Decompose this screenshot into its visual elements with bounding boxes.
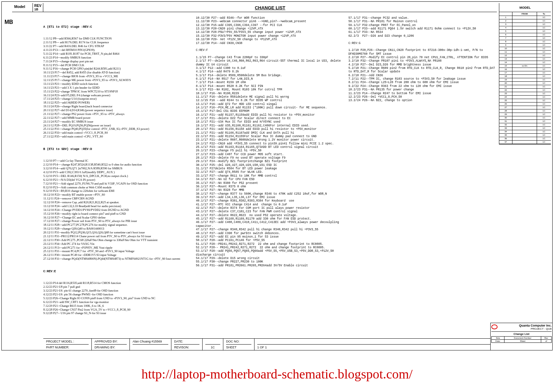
change-list-columns: A (ET1 to ET2) stage :REV:C 1.11/12 P8--…: [43, 16, 497, 336]
right-model-header: MODEL: [499, 3, 551, 12]
rev-col-from: FROM: [512, 12, 537, 16]
mb-label: MB: [5, 19, 13, 25]
table-row: 251C: [499, 99, 551, 102]
part-number-label: PART NUMBER:: [46, 344, 89, 349]
stage-b-body: 1.12/10 P7----add Co-lay Thermal IC 2.12…: [43, 159, 192, 261]
tb-rev: Rev: [541, 337, 551, 340]
table-row: 201C: [499, 81, 551, 85]
table-row: 261C: [499, 102, 551, 106]
table-row: 321C: [499, 123, 551, 126]
title-change-list: Change List: [491, 331, 552, 336]
stage-c-body: 1.12/23 P14-del R116,R535;add R118,R514 …: [43, 281, 192, 315]
date-label: DATE:: [174, 340, 199, 343]
column-3: 57.1/17 P31--change PC32 and value. 58.1…: [348, 16, 497, 336]
watermark-url: http://laptop-motherboard-schematic.blog…: [0, 366, 554, 382]
tb-date: Date:: [492, 340, 504, 343]
table-row: 291C: [499, 113, 551, 116]
approved-by-label: APPROVED BY:: [95, 340, 127, 343]
table-row: 21C: [499, 19, 551, 23]
table-row: 51C: [499, 29, 551, 33]
stage-a-body: 1.11/12 P8---add R566,R567 for DMI CLK F…: [43, 37, 192, 139]
table-row: 101C: [499, 47, 551, 50]
rev-header-cell: REV 1B: [33, 3, 43, 12]
table-row: 341C: [499, 130, 551, 133]
table-row: 241C: [499, 95, 551, 99]
doc-no-label: DOC NO:: [226, 340, 251, 343]
tb-sheet: Sheet: [504, 340, 541, 343]
rev-col-to: To: [537, 12, 551, 16]
revison-label: REVISON:: [174, 344, 199, 349]
stage-b-heading: B (ET2 to SDV) stage :REV:D: [43, 148, 192, 151]
table-row: 221C: [499, 88, 551, 92]
rev-value: 1C: [205, 344, 220, 349]
table-row: 111C: [499, 50, 551, 54]
column-2: 10.12/30 P27--add R346--for WOR function…: [196, 16, 345, 336]
table-row: 211C: [499, 85, 551, 88]
table-row: 91C: [499, 43, 551, 47]
project-model-label: PROJECT MODEL :: [46, 340, 89, 343]
table-row: 271C: [499, 106, 551, 109]
table-row: 231C: [499, 92, 551, 95]
table-row: 171C: [499, 71, 551, 74]
table-row: 11C: [499, 16, 551, 19]
title-block: Quanta Computer Inc. PROJECT : QU8 Chang…: [490, 323, 553, 350]
model-header-cell: Model: [12, 3, 33, 12]
table-row: 15ss:0/s1C: [499, 64, 551, 68]
stage-a-heading: A (ET1 to ET2) stage :REV:C: [43, 25, 192, 29]
table-row: 361C: [499, 137, 551, 140]
table-row: 61C: [499, 33, 551, 36]
right-revision-table: MODEL FROM To 11C21C31C41C51C61C71C81C91…: [499, 3, 551, 144]
table-row: 81C: [499, 40, 551, 43]
table-row: 371C: [499, 140, 551, 144]
tb-size: Size: [492, 337, 504, 340]
rev-label: REV: [34, 4, 42, 8]
rev-col-num: [499, 12, 512, 16]
quanta-logo-icon: [491, 324, 498, 329]
bottom-info-strip: PROJECT MODEL : PART NUMBER: APPROVED BY…: [43, 338, 497, 350]
table-row: 141C: [499, 61, 551, 64]
revision-table: FROM To 11C21C31C41C51C61C71C81C91C101C1…: [499, 12, 551, 144]
rev-value: 1B: [34, 8, 42, 11]
tb-of: of: [541, 340, 551, 343]
table-row: 281C: [499, 109, 551, 113]
table-row: 161C: [499, 68, 551, 71]
sheet-label: SHEET: [226, 344, 251, 349]
table-row: 121C: [499, 54, 551, 57]
table-row: 181C: [499, 74, 551, 78]
table-row: 301C: [499, 116, 551, 119]
column-1: A (ET1 to ET2) stage :REV:C 1.11/12 P8--…: [43, 16, 192, 336]
stage-c-heading: C:REV:E: [43, 270, 192, 274]
project-code: PROJECT : QU8: [491, 327, 552, 330]
table-row: 331C: [499, 126, 551, 130]
approver-name: Alan Chuang #15569: [133, 340, 168, 343]
sheet-border: Model REV 1B CHANGE LIST MODEL FROM To 1…: [1, 1, 553, 350]
sheet-value: 1 OF 1: [257, 344, 494, 349]
table-row: 31C: [499, 23, 551, 26]
table-row: 131C: [499, 57, 551, 61]
table-row: 41C: [499, 26, 551, 29]
table-row: 311C: [499, 119, 551, 123]
table-row: 191C: [499, 78, 551, 81]
table-row: 71C: [499, 36, 551, 40]
drawing-by-label: DRAWING BY:: [95, 344, 127, 349]
change-list-title: CHANGE LIST: [43, 3, 497, 12]
tb-docnum: Document Number: [504, 337, 541, 340]
company-name: Quanta Computer Inc.: [491, 324, 552, 327]
table-row: 351C: [499, 133, 551, 137]
